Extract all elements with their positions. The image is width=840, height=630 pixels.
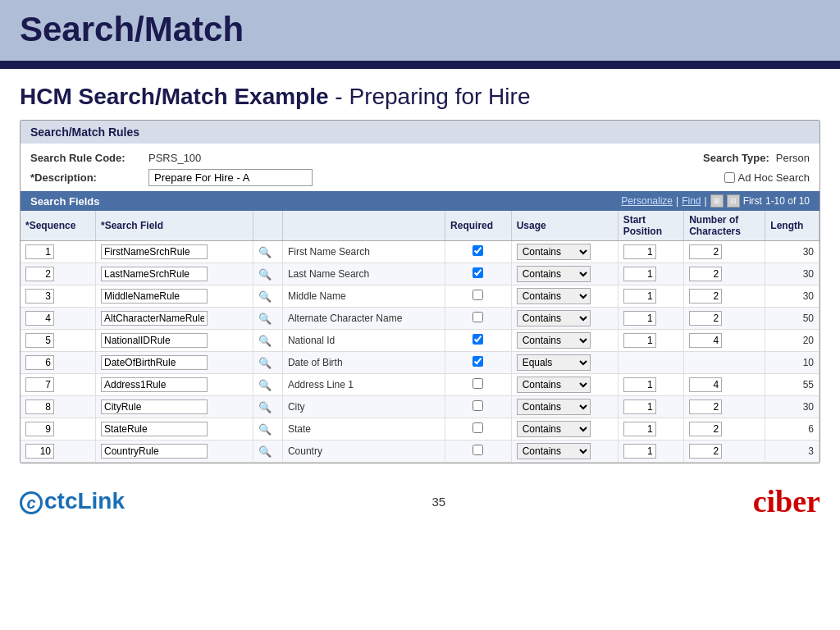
sequence-input[interactable] — [25, 422, 54, 436]
usage-select[interactable]: ContainsEqualsBegins With — [517, 354, 591, 371]
cell-length: 55 — [765, 374, 819, 396]
num-chars-input[interactable] — [689, 422, 722, 436]
nav-grid-icon[interactable]: ⊟ — [727, 194, 740, 208]
num-chars-input[interactable] — [689, 289, 722, 304]
usage-select[interactable]: ContainsEqualsBegins With — [517, 421, 591, 437]
start-position-input[interactable] — [623, 289, 656, 304]
lookup-icon[interactable]: 🔍 — [258, 379, 272, 391]
required-checkbox[interactable] — [472, 400, 483, 411]
sequence-input[interactable] — [25, 311, 54, 326]
sequence-input[interactable] — [25, 444, 54, 459]
sequence-input[interactable] — [25, 355, 54, 370]
sequence-input[interactable] — [25, 289, 54, 304]
sequence-input[interactable] — [25, 244, 54, 259]
ciber-logo: ciber — [753, 483, 820, 519]
cell-sequence — [21, 330, 95, 352]
cell-usage: ContainsEqualsBegins With — [511, 441, 618, 463]
cell-lookup[interactable]: 🔍 — [253, 330, 282, 352]
search-fields-title: Search Fields — [30, 195, 100, 208]
field-code-input[interactable] — [101, 355, 208, 370]
field-code-input[interactable] — [101, 267, 208, 281]
lookup-icon[interactable]: 🔍 — [258, 423, 272, 436]
required-checkbox[interactable] — [472, 312, 483, 322]
nav-view-icon[interactable]: ⊞ — [710, 194, 724, 208]
cell-length: 6 — [765, 418, 819, 441]
lookup-icon[interactable]: 🔍 — [258, 445, 272, 458]
cell-num-chars — [684, 285, 765, 308]
cell-length: 20 — [765, 330, 819, 352]
start-position-input[interactable] — [623, 422, 656, 436]
sequence-input[interactable] — [25, 333, 54, 348]
lookup-icon[interactable]: 🔍 — [258, 268, 272, 281]
start-position-input[interactable] — [623, 444, 656, 459]
cell-num-chars — [684, 441, 765, 463]
lookup-icon[interactable]: 🔍 — [258, 313, 272, 325]
required-checkbox[interactable] — [472, 334, 483, 345]
cell-field-code — [95, 285, 253, 308]
field-code-input[interactable] — [101, 311, 208, 326]
required-checkbox[interactable] — [472, 445, 483, 455]
table-row: 🔍CityContainsEqualsBegins With30 — [21, 396, 819, 418]
usage-select[interactable]: ContainsEqualsBegins With — [517, 244, 591, 260]
field-code-input[interactable] — [101, 422, 208, 436]
usage-select[interactable]: ContainsEqualsBegins With — [517, 443, 591, 459]
required-checkbox[interactable] — [472, 378, 483, 389]
sequence-input[interactable] — [25, 399, 54, 414]
ad-hoc-label[interactable]: Ad Hoc Search — [724, 171, 810, 184]
usage-select[interactable]: ContainsEqualsBegins With — [517, 288, 591, 304]
cell-lookup[interactable]: 🔍 — [253, 241, 282, 263]
cell-field-name: Country — [282, 441, 445, 463]
usage-select[interactable]: ContainsEqualsBegins With — [517, 266, 591, 282]
required-checkbox[interactable] — [472, 290, 483, 300]
required-checkbox[interactable] — [472, 356, 483, 367]
cell-lookup[interactable]: 🔍 — [253, 352, 282, 374]
required-checkbox[interactable] — [472, 267, 483, 278]
sequence-input[interactable] — [25, 377, 54, 392]
field-code-input[interactable] — [101, 333, 208, 348]
nav-first[interactable]: First — [743, 195, 762, 207]
usage-select[interactable]: ContainsEqualsBegins With — [517, 332, 591, 349]
num-chars-input[interactable] — [689, 333, 722, 348]
start-position-input[interactable] — [623, 377, 656, 392]
description-input[interactable] — [148, 169, 313, 186]
cell-lookup[interactable]: 🔍 — [253, 374, 282, 396]
field-code-input[interactable] — [101, 377, 208, 392]
lookup-icon[interactable]: 🔍 — [258, 401, 272, 413]
required-checkbox[interactable] — [472, 422, 483, 433]
field-code-input[interactable] — [101, 289, 208, 304]
num-chars-input[interactable] — [689, 377, 722, 392]
cell-lookup[interactable]: 🔍 — [253, 441, 282, 463]
start-position-input[interactable] — [623, 311, 656, 326]
lookup-icon[interactable]: 🔍 — [258, 290, 272, 303]
lookup-icon[interactable]: 🔍 — [258, 335, 272, 347]
num-chars-input[interactable] — [689, 267, 722, 281]
usage-select[interactable]: ContainsEqualsBegins With — [517, 399, 591, 415]
start-position-input[interactable] — [623, 399, 656, 414]
sequence-input[interactable] — [25, 267, 54, 281]
cell-lookup[interactable]: 🔍 — [253, 396, 282, 418]
lookup-icon[interactable]: 🔍 — [258, 357, 272, 369]
start-position-input[interactable] — [623, 267, 656, 281]
num-chars-input[interactable] — [689, 244, 722, 259]
lookup-icon[interactable]: 🔍 — [258, 246, 272, 258]
field-code-input[interactable] — [101, 244, 208, 259]
start-position-input[interactable] — [623, 333, 656, 348]
num-chars-input[interactable] — [689, 311, 722, 326]
personalize-link[interactable]: Personalize — [621, 195, 673, 207]
start-position-input[interactable] — [623, 244, 656, 259]
num-chars-input[interactable] — [689, 399, 722, 414]
ad-hoc-checkbox[interactable] — [724, 172, 735, 183]
field-code-input[interactable] — [101, 444, 208, 459]
cell-lookup[interactable]: 🔍 — [253, 285, 282, 308]
table-row: 🔍Date of BirthContainsEqualsBegins With1… — [21, 352, 819, 374]
required-checkbox[interactable] — [472, 245, 483, 256]
field-code-input[interactable] — [101, 399, 208, 414]
cell-lookup[interactable]: 🔍 — [253, 263, 282, 285]
cell-length: 50 — [765, 308, 819, 330]
usage-select[interactable]: ContainsEqualsBegins With — [517, 310, 591, 326]
usage-select[interactable]: ContainsEqualsBegins With — [517, 377, 591, 393]
find-link[interactable]: Find — [682, 195, 701, 207]
cell-lookup[interactable]: 🔍 — [253, 418, 282, 441]
num-chars-input[interactable] — [689, 444, 722, 459]
cell-lookup[interactable]: 🔍 — [253, 308, 282, 330]
